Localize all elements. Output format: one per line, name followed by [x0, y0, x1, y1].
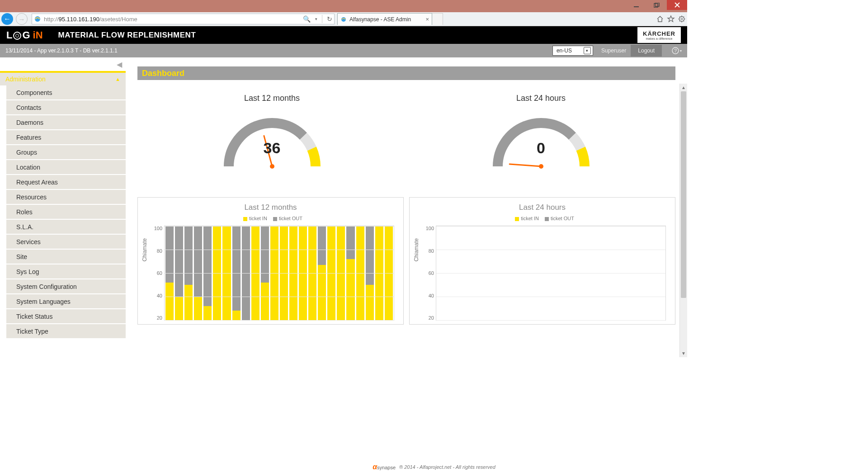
user-label[interactable]: Superuser — [601, 47, 626, 54]
app-title: MATERIAL FLOW REPLENISHMENT — [58, 31, 196, 40]
legend-label: ticket IN — [521, 216, 539, 221]
svg-line-16 — [684, 17, 684, 17]
help-icon[interactable]: ?▾ — [672, 47, 682, 54]
legend-swatch-in — [243, 217, 247, 221]
sidebar-item-ticket-status[interactable]: Ticket Status — [6, 309, 126, 324]
logo-text: G — [22, 29, 30, 41]
locale-select[interactable]: en-US ▾ — [552, 46, 593, 56]
sidebar-section-administration[interactable]: Administration ▲ — [0, 71, 126, 85]
y-axis-label: Chiamate — [413, 238, 420, 261]
ytick: 20 — [157, 315, 162, 321]
legend-label: ticket IN — [249, 216, 267, 221]
sidebar-item-roles[interactable]: Roles — [6, 205, 126, 220]
sidebar-item-daemons[interactable]: Daemons — [6, 115, 126, 130]
sidebar-item-sys-log[interactable]: Sys Log — [6, 264, 126, 279]
svg-rect-1 — [654, 4, 658, 7]
chevron-down-icon: ▾ — [584, 47, 591, 54]
chart-title: Last 12 months — [144, 203, 397, 212]
logo-in: iN — [33, 29, 43, 41]
browser-back-button[interactable]: ← — [0, 12, 14, 26]
chart-title: Last 24 hours — [416, 203, 669, 212]
sidebar-item-features[interactable]: Features — [6, 130, 126, 145]
sidebar-item-location[interactable]: Location — [6, 160, 126, 175]
svg-text:?: ? — [674, 48, 677, 53]
svg-point-20 — [270, 164, 274, 169]
brand-badge: KÄRCHER makes a difference — [637, 27, 681, 43]
y-axis-label: Chiamate — [142, 238, 148, 261]
gauge-1: Last 24 hours0 — [446, 94, 636, 172]
url-controls: 🔍▾ ↻ — [303, 15, 332, 23]
sidebar-header-label: Administration — [5, 76, 46, 83]
sidebar-item-ticket-type[interactable]: Ticket Type — [6, 324, 126, 339]
browser-tab[interactable]: Alfasynapse - ASE Admin × — [337, 13, 432, 25]
chart-legend: ticket IN ticket OUT — [416, 216, 669, 221]
scroll-up-icon[interactable]: ▲ — [680, 84, 687, 91]
scrollbar-thumb[interactable] — [681, 91, 686, 298]
url-bar[interactable]: http://95.110.161.190/asetest/Home 🔍▾ ↻ — [32, 14, 335, 24]
refresh-icon[interactable]: ↻ — [327, 15, 332, 23]
ytick: 60 — [157, 270, 162, 276]
status-bar: 13/11/2014 - App ver.2.1.0.3 T - DB ver.… — [0, 44, 687, 57]
app-logo: LGiN — [6, 29, 43, 41]
browser-forward-button[interactable]: → — [14, 12, 29, 26]
sidebar-item-system-configuration[interactable]: System Configuration — [6, 279, 126, 294]
new-tab-button[interactable] — [432, 13, 443, 25]
sidebar-item-site[interactable]: Site — [6, 250, 126, 264]
brand-slogan: makes a difference — [646, 37, 672, 40]
legend-swatch-out — [273, 217, 277, 221]
version-status: 13/11/2014 - App ver.2.1.0.3 T - DB ver.… — [5, 47, 118, 54]
sidebar-item-request-areas[interactable]: Request Areas — [6, 175, 126, 190]
page-title: Dashboard — [137, 66, 675, 80]
svg-rect-2 — [655, 3, 659, 6]
home-icon[interactable] — [655, 14, 665, 24]
legend-swatch-in — [515, 217, 519, 221]
chart-last-12-months: Last 12 months ticket IN ticket OUT Chia… — [137, 197, 404, 325]
favorites-icon[interactable] — [665, 14, 676, 24]
search-icon[interactable]: 🔍 — [303, 15, 311, 23]
window-close-button[interactable] — [667, 0, 687, 10]
close-tab-icon[interactable]: × — [425, 16, 429, 23]
chevron-up-icon: ▲ — [115, 76, 120, 82]
ie-icon — [34, 15, 41, 23]
gauge-title: Last 24 hours — [446, 94, 636, 103]
legend-label: ticket OUT — [279, 216, 302, 221]
ytick: 80 — [157, 248, 162, 254]
sidebar-collapse-icon[interactable]: ◀ — [0, 60, 126, 71]
ytick: 40 — [157, 293, 162, 298]
logo-text: L — [6, 29, 12, 41]
browser-chrome: ← → http://95.110.161.190/asetest/Home 🔍… — [0, 12, 687, 26]
gauge-0: Last 12 months36 — [177, 94, 367, 172]
svg-point-22 — [539, 164, 543, 169]
legend-label: ticket OUT — [551, 216, 574, 221]
legend-swatch-out — [545, 217, 549, 221]
ytick: 100 — [426, 226, 434, 231]
ytick: 80 — [429, 248, 434, 254]
window-maximize-button[interactable] — [646, 0, 667, 10]
app-header: LGiN MATERIAL FLOW REPLENISHMENT KÄRCHER… — [0, 26, 687, 44]
sidebar-item-system-languages[interactable]: System Languages — [6, 294, 126, 309]
ytick: 60 — [429, 270, 434, 276]
sidebar-item-components[interactable]: Components — [6, 85, 126, 100]
chart-legend: ticket IN ticket OUT — [144, 216, 397, 221]
vertical-scrollbar[interactable]: ▲ ▼ — [679, 84, 687, 357]
scroll-down-icon[interactable]: ▼ — [680, 349, 687, 357]
gauge-value: 0 — [489, 139, 593, 157]
svg-line-14 — [684, 21, 684, 21]
locale-value: en-US — [557, 47, 572, 54]
svg-line-13 — [679, 17, 680, 17]
svg-rect-0 — [634, 6, 639, 7]
tools-icon[interactable] — [676, 14, 687, 24]
sidebar-item-services[interactable]: Services — [6, 235, 126, 250]
sidebar-item-groups[interactable]: Groups — [6, 145, 126, 160]
chart-last-24-hours: Last 24 hours ticket IN ticket OUT Chiam… — [409, 197, 675, 325]
sidebar-item-contacts[interactable]: Contacts — [6, 100, 126, 115]
url-text: http://95.110.161.190/asetest/Home — [44, 16, 300, 23]
ytick: 20 — [429, 315, 434, 321]
window-minimize-button[interactable] — [626, 0, 646, 10]
ytick: 100 — [154, 226, 162, 231]
sidebar-item-resources[interactable]: Resources — [6, 190, 126, 205]
window-titlebar — [0, 0, 687, 12]
sidebar-item-s-l-a-[interactable]: S.L.A. — [6, 220, 126, 235]
tab-title: Alfasynapse - ASE Admin — [349, 16, 411, 23]
logout-button[interactable]: Logout — [631, 45, 662, 57]
